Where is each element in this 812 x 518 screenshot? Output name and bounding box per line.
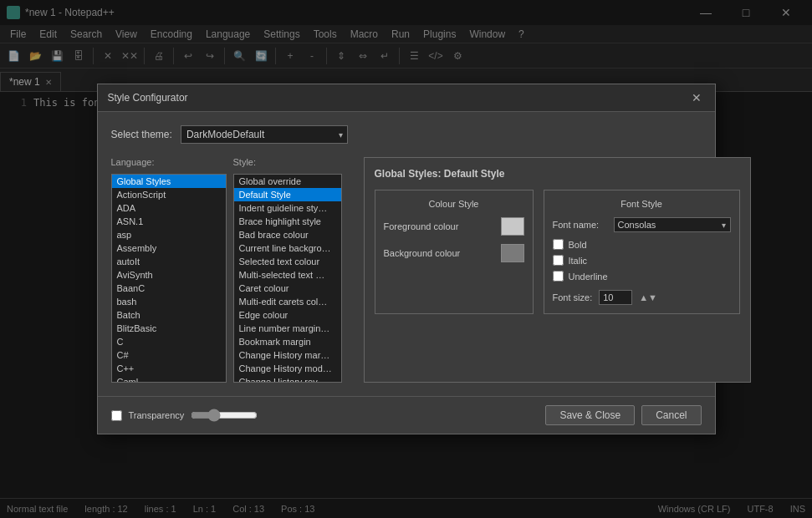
list-item[interactable]: autoIt	[112, 255, 226, 268]
list-item[interactable]: Line number margin…	[234, 322, 341, 335]
theme-select-wrap: DarkModeDefault Default Solarized Zenbur…	[181, 125, 348, 144]
list-item[interactable]: Caret colour	[234, 282, 341, 295]
background-label: Background colour	[384, 248, 461, 258]
font-size-row: Font size: ▲▼	[553, 290, 731, 305]
list-item[interactable]: bash	[112, 295, 226, 308]
italic-label: Italic	[569, 256, 588, 266]
underline-row: Underline	[553, 271, 731, 282]
style-sections: Colour Style Foreground colour Backgroun…	[375, 190, 740, 314]
list-item[interactable]: Default Style	[234, 188, 341, 201]
colour-style-section: Colour Style Foreground colour Backgroun…	[375, 190, 534, 314]
list-item[interactable]: Assembly	[112, 241, 226, 255]
font-size-label: Font size:	[553, 292, 593, 302]
bold-row: Bold	[553, 239, 731, 250]
list-item[interactable]: Global Styles	[112, 175, 226, 188]
list-item[interactable]: Change History mar…	[234, 348, 341, 362]
font-select-wrap: Consolas Arial Courier New Verdana	[614, 217, 731, 232]
cancel-button[interactable]: Cancel	[641, 405, 701, 425]
panel-title: Global Styles: Default Style	[375, 168, 740, 180]
list-item[interactable]: Change History mod…	[234, 362, 341, 375]
theme-select[interactable]: DarkModeDefault Default Solarized Zenbur…	[181, 125, 348, 144]
background-row: Background colour	[384, 244, 524, 262]
list-item[interactable]: Global override	[234, 175, 341, 188]
lists-row: Global Styles ActionScript ADA ASN.1 asp…	[111, 174, 354, 383]
list-item[interactable]: Bookmark margin	[234, 335, 341, 348]
font-size-input[interactable]	[599, 290, 632, 305]
list-item[interactable]: Caml	[112, 375, 226, 383]
list-item[interactable]: C#	[112, 348, 226, 362]
font-style-section: Font Style Font name: Consolas Arial Cou…	[544, 190, 740, 314]
list-item[interactable]: ActionScript	[112, 188, 226, 201]
bold-label: Bold	[569, 240, 587, 250]
list-item[interactable]: C	[112, 335, 226, 348]
dialog-title: Style Configurator	[108, 92, 188, 104]
list-item[interactable]: Multi-edit carets col…	[234, 295, 341, 308]
theme-row: Select theme: DarkModeDefault Default So…	[111, 125, 702, 144]
lists-panel: Language: Style: Global Styles ActionScr…	[111, 157, 354, 383]
dialog-main: Language: Style: Global Styles ActionScr…	[111, 157, 702, 383]
style-configurator-dialog: Style Configurator ✕ Select theme: DarkM…	[97, 84, 716, 434]
underline-label: Underline	[569, 272, 608, 282]
language-listbox[interactable]: Global Styles ActionScript ADA ASN.1 asp…	[111, 174, 227, 383]
list-item[interactable]: Batch	[112, 308, 226, 322]
font-size-spin[interactable]: ▲▼	[639, 292, 657, 302]
right-panel: Global Styles: Default Style Colour Styl…	[364, 157, 751, 383]
theme-label: Select theme:	[111, 129, 172, 140]
language-list-label: Language:	[111, 157, 227, 167]
save-close-button[interactable]: Save & Close	[545, 405, 635, 425]
list-item[interactable]: BlitzBasic	[112, 322, 226, 335]
list-item[interactable]: Bad brace colour	[234, 228, 341, 241]
dialog-titlebar: Style Configurator ✕	[98, 84, 715, 112]
font-checkboxes: Bold Italic Underline	[553, 239, 731, 282]
font-name-label: Font name:	[553, 220, 607, 230]
dialog-overlay: Style Configurator ✕ Select theme: DarkM…	[0, 0, 812, 518]
list-item[interactable]: Brace highlight style	[234, 215, 341, 228]
style-listbox[interactable]: Global override Default Style Indent gui…	[233, 174, 342, 383]
style-list-label: Style:	[233, 157, 342, 167]
dialog-footer: Transparency Save & Close Cancel	[98, 396, 715, 434]
transparency-label: Transparency	[129, 410, 185, 420]
foreground-colour-swatch[interactable]	[501, 217, 524, 236]
list-item[interactable]: AviSynth	[112, 268, 226, 282]
underline-checkbox[interactable]	[553, 271, 564, 282]
list-labels-row: Language: Style:	[111, 157, 354, 170]
italic-checkbox[interactable]	[553, 255, 564, 266]
transparency-checkbox[interactable]	[111, 410, 122, 421]
list-item[interactable]: Selected text colour	[234, 255, 341, 268]
dialog-body: Select theme: DarkModeDefault Default So…	[98, 112, 715, 396]
list-item[interactable]: Edge colour	[234, 308, 341, 322]
foreground-row: Foreground colour	[384, 217, 524, 236]
transparency-slider[interactable]	[191, 409, 258, 422]
foreground-label: Foreground colour	[384, 221, 459, 231]
list-item[interactable]: BaanC	[112, 282, 226, 295]
list-item[interactable]: asp	[112, 228, 226, 241]
italic-row: Italic	[553, 255, 731, 266]
font-name-row: Font name: Consolas Arial Courier New Ve…	[553, 217, 731, 232]
list-item[interactable]: Indent guideline sty…	[234, 201, 341, 215]
list-item[interactable]: Change History rev…	[234, 375, 341, 383]
list-item[interactable]: Multi-selected text …	[234, 268, 341, 282]
bold-checkbox[interactable]	[553, 239, 564, 250]
list-item[interactable]: ASN.1	[112, 215, 226, 228]
footer-left: Transparency	[111, 409, 258, 422]
background-colour-swatch[interactable]	[501, 244, 524, 262]
dialog-close-button[interactable]: ✕	[688, 89, 705, 106]
colour-style-title: Colour Style	[384, 199, 524, 209]
list-item[interactable]: Current line backgro…	[234, 241, 341, 255]
font-style-title: Font Style	[553, 199, 731, 209]
font-name-select[interactable]: Consolas Arial Courier New Verdana	[614, 217, 731, 232]
list-item[interactable]: C++	[112, 362, 226, 375]
list-item[interactable]: ADA	[112, 201, 226, 215]
